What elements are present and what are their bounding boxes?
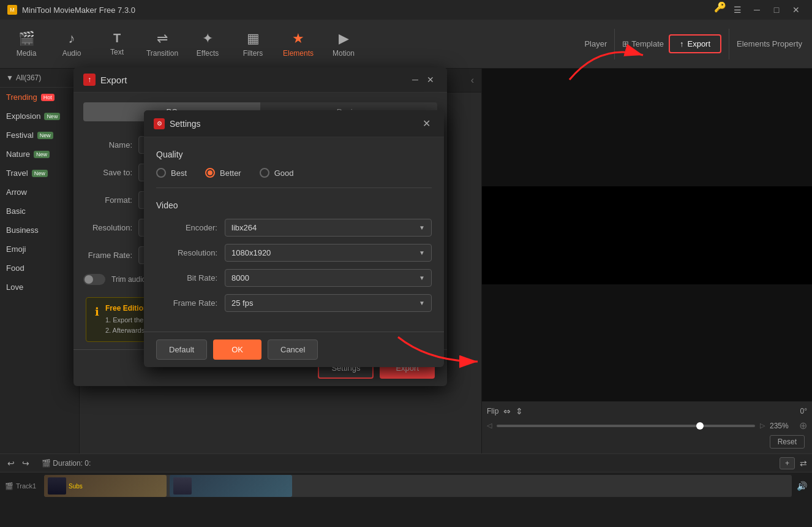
settings-close-btn[interactable]: ✕ xyxy=(419,116,434,131)
love-label: Love xyxy=(6,282,23,292)
flip-v-icon: ⇕ xyxy=(516,406,523,416)
zoom-slider-row: ◁ ▷ 235% ⊕ xyxy=(487,420,807,431)
track-clip-2[interactable] xyxy=(170,475,292,497)
framerate-chevron-icon: ▼ xyxy=(419,300,425,306)
thumb-img-2 xyxy=(173,477,192,495)
cancel-btn[interactable]: Cancel xyxy=(268,339,318,360)
export-header-label: Export xyxy=(687,39,710,48)
flip-row: Flip ⇔ ⇕ 0° xyxy=(487,406,807,416)
bitrate-value: 8000 xyxy=(231,273,249,282)
video-section-label: Video xyxy=(156,200,432,210)
close-btn[interactable]: ✕ xyxy=(788,1,805,18)
elements-property-label: Elements Property xyxy=(737,39,802,48)
quality-good[interactable]: Good xyxy=(260,168,294,178)
trending-label: Trending xyxy=(6,93,37,102)
quality-better-label: Better xyxy=(220,169,241,178)
bitrate-select[interactable]: 8000 ▼ xyxy=(225,269,432,287)
sidebar-item-arrow[interactable]: Arrow xyxy=(0,183,79,202)
dropdown-icon: ▼ xyxy=(6,74,13,82)
add-track-btn[interactable]: + xyxy=(780,457,795,469)
trim-audio-toggle[interactable] xyxy=(83,274,105,285)
track-content-1: Subs xyxy=(44,475,792,497)
framerate-row: Frame Rate: 25 fps ▼ xyxy=(156,294,432,312)
template-btn[interactable]: ⊞ Template xyxy=(622,39,664,48)
quality-best[interactable]: Best xyxy=(156,168,187,178)
toolbar-audio[interactable]: ♪ Audio xyxy=(50,23,93,66)
notice-icon: ℹ xyxy=(95,305,99,319)
sidebar-item-emoji[interactable]: Emoji xyxy=(0,240,79,259)
sidebar-item-explosion[interactable]: Explosion New xyxy=(0,107,79,126)
bitrate-label: Bit Rate: xyxy=(156,273,217,282)
export-saveto-label: Save to: xyxy=(83,168,132,177)
collapse-btn[interactable]: ‹ xyxy=(471,75,474,86)
toolbar-motion[interactable]: ▶ Motion xyxy=(322,23,365,66)
export-framerate-label: Frame Rate: xyxy=(83,251,132,260)
default-btn[interactable]: Default xyxy=(156,339,207,360)
media-icon: 🎬 xyxy=(18,31,35,47)
transition-icon: ⇌ xyxy=(157,31,168,47)
duration-icon: 🎬 xyxy=(42,459,51,468)
dialog-close-btn[interactable]: ✕ xyxy=(424,74,437,86)
toolbar-media[interactable]: 🎬 Media xyxy=(5,23,48,66)
reset-btn[interactable]: Reset xyxy=(770,435,805,449)
ok-btn[interactable]: OK xyxy=(213,339,261,360)
exchange-btn[interactable]: ⇄ xyxy=(800,458,807,468)
redo-btn[interactable]: ↪ xyxy=(20,457,32,469)
media-label: Media xyxy=(17,49,37,58)
separator2 xyxy=(729,29,729,59)
elements-icon: ★ xyxy=(292,31,304,47)
framerate-select[interactable]: 25 fps ▼ xyxy=(225,294,432,312)
clip-thumb xyxy=(48,477,66,495)
zoom-value: 235% xyxy=(770,422,794,430)
resolution-value: 1080x1920 xyxy=(231,248,271,257)
settings-title-wrap: ⚙ Settings xyxy=(154,118,201,129)
quality-row: Best Better Good xyxy=(156,168,432,188)
player-area xyxy=(482,69,812,401)
sidebar-item-food[interactable]: Food xyxy=(0,259,79,278)
encoder-select[interactable]: libx264 ▼ xyxy=(225,219,432,237)
right-controls: Flip ⇔ ⇕ 0° ◁ ▷ 235% ⊕ Reset xyxy=(482,401,812,453)
encoder-value: libx264 xyxy=(231,223,257,232)
quality-better[interactable]: Better xyxy=(205,168,241,178)
resolution-select[interactable]: 1080x1920 ▼ xyxy=(225,244,432,262)
dialog-minimize-btn[interactable]: ─ xyxy=(409,74,421,86)
menu-btn[interactable]: ☰ xyxy=(729,1,746,18)
toolbar-transition[interactable]: ⇌ Transition xyxy=(141,23,184,66)
plus-circle[interactable]: ⊕ xyxy=(799,420,807,431)
sidebar-item-love[interactable]: Love xyxy=(0,278,79,297)
basic-label: Basic xyxy=(6,207,26,216)
toolbar: 🎬 Media ♪ Audio T Text ⇌ Transition ✦ Ef… xyxy=(0,20,812,69)
quality-good-label: Good xyxy=(274,169,294,178)
sidebar-all-label: All(367) xyxy=(16,74,41,82)
minimize-btn[interactable]: ─ xyxy=(748,1,765,18)
encoder-row: Encoder: libx264 ▼ xyxy=(156,219,432,237)
track-clip-1[interactable]: Subs xyxy=(44,475,167,497)
export-dialog-titlebar: ↑ Export ─ ✕ xyxy=(73,67,447,93)
sidebar-item-festival[interactable]: Festival New xyxy=(0,126,79,145)
sidebar-item-nature[interactable]: Nature New xyxy=(0,145,79,164)
sidebar-item-business[interactable]: Business xyxy=(0,221,79,240)
toolbar-elements[interactable]: ★ Elements xyxy=(277,23,320,66)
sidebar-item-basic[interactable]: Basic xyxy=(0,202,79,221)
export-header-btn[interactable]: ↑ Export xyxy=(669,34,721,53)
track-icon: 🎬 xyxy=(5,482,13,490)
undo-btn[interactable]: ↩ xyxy=(5,457,17,469)
toolbar-filters[interactable]: ▦ Filters xyxy=(231,23,274,66)
maximize-btn[interactable]: □ xyxy=(768,1,785,18)
separator xyxy=(614,29,615,59)
toolbar-text[interactable]: T Text xyxy=(96,23,138,66)
zoom-plus: ▷ xyxy=(760,422,765,430)
toolbar-right: Player ⊞ Template ↑ Export Elements Prop… xyxy=(584,29,807,59)
nature-badge: New xyxy=(34,151,50,158)
radio-best-circle xyxy=(156,168,166,178)
sidebar-item-travel[interactable]: Travel New xyxy=(0,164,79,183)
toolbar-effects[interactable]: ✦ Effects xyxy=(186,23,229,66)
text-label: Text xyxy=(110,48,124,56)
trending-badge: Hot xyxy=(41,94,55,101)
zoom-slider[interactable] xyxy=(497,425,755,427)
export-header-icon: ↑ xyxy=(680,39,684,48)
flip-h-icon: ⇔ xyxy=(503,406,511,416)
encoder-chevron-icon: ▼ xyxy=(419,224,425,231)
audio-label: Audio xyxy=(62,49,81,58)
sidebar-item-trending[interactable]: Trending Hot xyxy=(0,88,79,107)
